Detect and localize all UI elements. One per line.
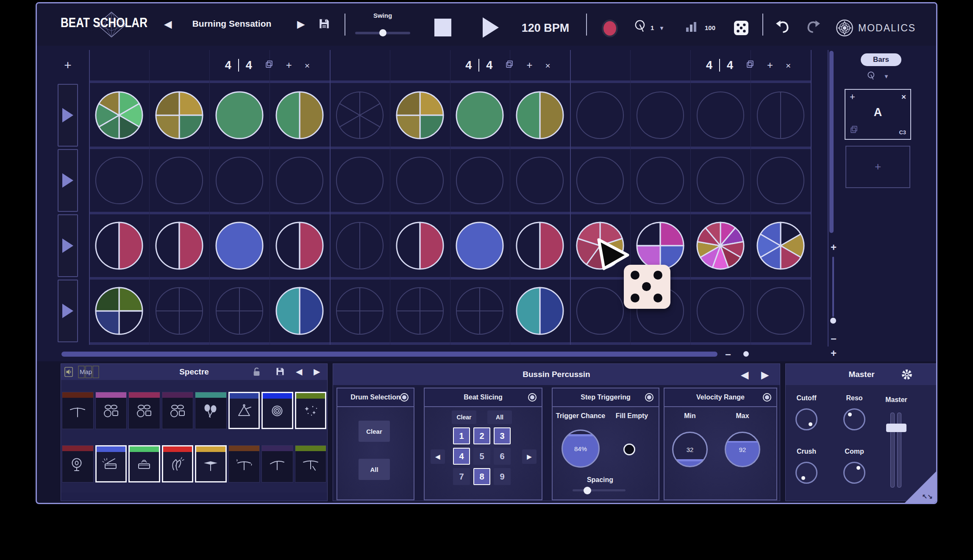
- trigger-chance-knob[interactable]: 84%: [562, 430, 600, 468]
- drum-pad[interactable]: [128, 392, 160, 429]
- slice-clear-button[interactable]: Clear: [452, 410, 476, 424]
- beat-cell[interactable]: [149, 214, 209, 277]
- beat-cell[interactable]: [390, 280, 450, 342]
- add-subdivision-button[interactable]: +: [828, 241, 839, 253]
- drum-pad[interactable]: [162, 445, 194, 482]
- beat-cell[interactable]: [149, 84, 209, 147]
- beat-cell[interactable]: [89, 84, 149, 147]
- step-triggering-radio[interactable]: [645, 393, 653, 402]
- velocity-range-radio[interactable]: [763, 393, 771, 402]
- beat-cell[interactable]: [149, 280, 209, 342]
- beat-cell[interactable]: [690, 84, 751, 147]
- time-signature-top[interactable]: 4: [706, 59, 712, 72]
- slice-number-button[interactable]: 3: [494, 427, 511, 444]
- next-pattern-button[interactable]: ▶: [297, 19, 305, 29]
- beat-cell[interactable]: [330, 84, 390, 147]
- undo-icon[interactable]: [775, 19, 791, 36]
- beat-cell[interactable]: [390, 214, 450, 277]
- quantize-value[interactable]: 1: [651, 24, 654, 31]
- add-row-button[interactable]: +: [58, 50, 78, 80]
- drum-pad[interactable]: [261, 445, 293, 482]
- beat-cell[interactable]: [510, 280, 570, 342]
- beat-cell[interactable]: [209, 149, 270, 212]
- randomize-dice-icon[interactable]: [734, 20, 749, 37]
- beat-cell[interactable]: [89, 214, 149, 277]
- beat-cell[interactable]: [450, 280, 510, 342]
- play-button[interactable]: [483, 17, 499, 38]
- drum-pad[interactable]: [195, 392, 227, 429]
- slice-number-button[interactable]: 6: [494, 448, 511, 465]
- slice-number-button[interactable]: 9: [494, 468, 511, 485]
- beat-cell[interactable]: [149, 149, 209, 212]
- drum-pad[interactable]: [195, 445, 227, 482]
- beat-cell[interactable]: [690, 214, 751, 277]
- bars-panel-toggle[interactable]: Bars: [861, 53, 901, 66]
- beat-cell[interactable]: [690, 280, 751, 342]
- add-bar-icon[interactable]: +: [526, 60, 532, 70]
- time-signature-top[interactable]: 4: [225, 59, 231, 72]
- duplicate-bar-icon[interactable]: [505, 60, 514, 70]
- velocity-bars-icon[interactable]: [685, 21, 698, 35]
- next-preset-button[interactable]: ▶: [761, 370, 769, 380]
- drum-pad[interactable]: [295, 392, 327, 429]
- row-play-button[interactable]: [58, 280, 78, 342]
- beat-cell[interactable]: [390, 149, 450, 212]
- velocity-value[interactable]: 100: [705, 24, 715, 31]
- bpm-display[interactable]: 120 BPM: [507, 22, 584, 35]
- slice-prev-button[interactable]: ◀: [431, 449, 445, 464]
- beat-cell[interactable]: [570, 149, 630, 212]
- fill-empty-toggle[interactable]: [623, 444, 635, 455]
- beat-cell[interactable]: [330, 280, 390, 342]
- duplicate-bar-icon[interactable]: [746, 60, 754, 70]
- gear-icon[interactable]: [901, 369, 913, 382]
- beat-cell[interactable]: [751, 149, 811, 212]
- slice-number-button[interactable]: 7: [453, 468, 470, 485]
- remove-bar-icon[interactable]: ×: [545, 61, 550, 70]
- beat-cell[interactable]: [570, 280, 630, 342]
- map-label[interactable]: Map: [80, 368, 92, 375]
- preview-speaker-icon[interactable]: [64, 367, 73, 379]
- beat-cell[interactable]: [330, 149, 390, 212]
- beat-cell[interactable]: [751, 214, 811, 277]
- slice-number-button[interactable]: 8: [473, 468, 490, 485]
- save-pattern-icon[interactable]: [318, 18, 330, 31]
- section-duplicate-icon[interactable]: [850, 125, 858, 136]
- beat-cell[interactable]: [450, 149, 510, 212]
- save-kit-icon[interactable]: [275, 367, 285, 378]
- drum-selection-radio[interactable]: [400, 393, 409, 402]
- drum-selection-clear-button[interactable]: Clear: [359, 421, 390, 442]
- slice-number-button[interactable]: 5: [473, 448, 490, 465]
- beat-cell[interactable]: [209, 280, 270, 342]
- crush-knob[interactable]: [795, 462, 817, 484]
- beat-cell[interactable]: [450, 214, 510, 277]
- beat-cell[interactable]: [630, 149, 690, 212]
- zoom-out-button[interactable]: −: [828, 333, 839, 345]
- slice-number-button[interactable]: 2: [473, 427, 490, 444]
- vertical-zoom-thumb[interactable]: [830, 318, 836, 324]
- stop-button[interactable]: [434, 19, 451, 36]
- row-play-button[interactable]: [58, 214, 78, 277]
- section-add-icon[interactable]: +: [850, 91, 855, 103]
- bars-quantize-icon[interactable]: [867, 71, 876, 82]
- beat-cell[interactable]: [330, 214, 390, 277]
- spacing-slider-thumb[interactable]: [584, 487, 591, 494]
- master-fader-thumb[interactable]: [886, 424, 906, 432]
- row-play-button[interactable]: [58, 84, 78, 147]
- bars-dropdown-icon[interactable]: ▼: [884, 73, 889, 80]
- beat-cell[interactable]: [510, 149, 570, 212]
- quantize-dropdown-icon[interactable]: ▼: [659, 25, 664, 31]
- beat-cell[interactable]: [209, 84, 270, 147]
- prev-preset-button[interactable]: ◀: [741, 370, 748, 380]
- bar-section-card[interactable]: + × A C3: [845, 89, 911, 140]
- quantize-icon[interactable]: [634, 19, 647, 35]
- zoom-in-button[interactable]: +: [828, 347, 839, 359]
- swing-slider-thumb[interactable]: [379, 29, 386, 36]
- spacing-slider[interactable]: [573, 489, 626, 491]
- beat-cell[interactable]: [270, 84, 330, 147]
- prev-pattern-button[interactable]: ◀: [164, 19, 172, 29]
- beat-cell[interactable]: [690, 149, 751, 212]
- beat-cell[interactable]: [89, 149, 149, 212]
- beat-cell[interactable]: [630, 84, 690, 147]
- beat-cell[interactable]: [751, 84, 811, 147]
- row-play-button[interactable]: [58, 149, 78, 212]
